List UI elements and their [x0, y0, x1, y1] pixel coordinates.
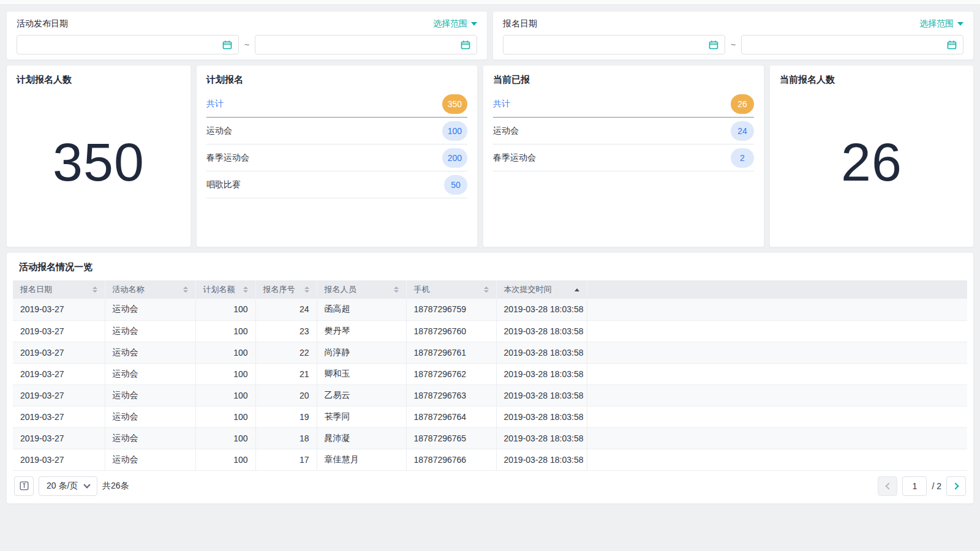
cell-phone: 18787296762	[406, 363, 496, 384]
table-header-cell[interactable]: 计划名额	[195, 280, 255, 299]
cell-filler	[587, 342, 967, 363]
stat-card-title: 计划报名人数	[17, 74, 181, 86]
column-label: 报名人员	[325, 284, 356, 295]
stat-row[interactable]: 春季运动会 200	[206, 144, 467, 171]
caret-down-icon	[471, 22, 477, 26]
chevron-right-icon	[952, 482, 959, 489]
table-header-cell[interactable]: 活动名称	[105, 280, 195, 299]
stat-row[interactable]: 运动会 100	[206, 118, 467, 144]
cell-submit-time: 2019-03-28 18:03:58	[496, 427, 587, 449]
end-date-field[interactable]	[748, 40, 942, 50]
cell-submit-time: 2019-03-28 18:03:58	[496, 363, 587, 384]
cell-submit-time: 2019-03-28 18:03:58	[496, 406, 587, 427]
cell-phone: 18787296766	[406, 449, 496, 470]
stat-row[interactable]: 春季运动会 2	[493, 144, 754, 171]
cell-signup-date: 2019-03-27	[13, 427, 105, 449]
next-page-button[interactable]	[946, 476, 966, 496]
page-size-select[interactable]: 20 条/页	[39, 476, 97, 496]
table-header-row: 报名日期 活动名称	[13, 280, 967, 299]
stat-row[interactable]: 运动会 24	[493, 118, 754, 144]
cell-filler	[587, 449, 967, 470]
cell-activity-name: 运动会	[105, 449, 195, 470]
range-separator: ~	[244, 40, 249, 50]
filter-card-signup-date: 报名日期 选择范围 ~	[492, 11, 974, 60]
start-date-field[interactable]	[510, 40, 704, 50]
table-row: 2019-03-27 运动会 100 17 章佳慧月 18787296766 2…	[13, 449, 967, 470]
cell-quota: 100	[195, 449, 255, 470]
cell-phone: 18787296761	[406, 342, 496, 363]
cell-quota: 100	[195, 406, 255, 427]
stat-card-planned-count: 计划报名人数 350	[6, 65, 191, 247]
stat-card-title: 当前报名人数	[780, 74, 963, 86]
table-layout-button[interactable]	[14, 476, 34, 496]
cell-signup-date: 2019-03-27	[13, 342, 105, 363]
table-header-cell[interactable]: 报名人员	[317, 280, 406, 299]
select-range-link[interactable]: 选择范围	[919, 18, 963, 29]
stat-rows-list: 共计 350 运动会 100 春季运动会 200 唱歌比赛	[206, 91, 467, 198]
current-page-input[interactable]	[902, 476, 927, 496]
cell-person: 苌季同	[317, 406, 406, 427]
stat-row-badge: 50	[444, 175, 467, 195]
calendar-icon	[222, 40, 232, 50]
table-header-cell[interactable]: 报名序号	[255, 280, 317, 299]
start-date-input[interactable]	[503, 35, 725, 54]
sort-icon[interactable]	[304, 287, 309, 293]
cell-filler	[587, 299, 967, 320]
select-range-link[interactable]: 选择范围	[433, 18, 477, 29]
cell-submit-time: 2019-03-28 18:03:58	[496, 342, 587, 363]
stat-row-badge: 2	[731, 148, 754, 168]
column-label: 报名日期	[20, 284, 52, 295]
cell-person: 晁沛凝	[317, 427, 406, 449]
sort-icon[interactable]	[183, 287, 188, 293]
sort-icon[interactable]	[394, 287, 399, 293]
stat-row[interactable]: 共计 350	[206, 91, 467, 118]
cell-serial: 24	[255, 299, 317, 320]
prev-page-button[interactable]	[878, 476, 897, 496]
table-row: 2019-03-27 运动会 100 23 樊丹琴 18787296760 20…	[13, 320, 967, 342]
stat-row-label: 春季运动会	[493, 152, 536, 163]
cell-quota: 100	[195, 363, 255, 384]
start-date-input[interactable]	[17, 35, 239, 54]
stat-row-badge: 200	[442, 148, 467, 168]
filter-title: 活动发布日期	[17, 18, 68, 29]
cell-phone: 18787296765	[406, 427, 496, 449]
column-label: 本次提交时间	[504, 284, 552, 295]
cell-person: 卿和玉	[317, 363, 406, 384]
sort-icon[interactable]	[243, 287, 248, 293]
cell-serial: 21	[255, 363, 317, 384]
caret-down-icon	[957, 22, 963, 26]
end-date-field[interactable]	[262, 40, 456, 50]
cell-activity-name: 运动会	[105, 363, 195, 384]
chevron-left-icon	[885, 482, 892, 489]
table-header-cell[interactable]: 本次提交时间	[496, 280, 587, 299]
end-date-input[interactable]	[255, 35, 477, 54]
end-date-input[interactable]	[741, 35, 963, 54]
cell-serial: 19	[255, 406, 317, 427]
cell-submit-time: 2019-03-28 18:03:58	[496, 320, 587, 342]
current-count-value: 26	[841, 131, 902, 193]
stat-row-label: 共计	[206, 99, 224, 110]
table-header-filler	[587, 280, 967, 299]
stat-row[interactable]: 共计 26	[493, 91, 754, 118]
stat-row-badge: 24	[731, 121, 754, 141]
sort-asc-icon[interactable]	[575, 288, 579, 291]
cell-signup-date: 2019-03-27	[13, 449, 105, 470]
table-title: 活动报名情况一览	[13, 260, 967, 280]
cell-filler	[587, 363, 967, 384]
table-header-cell[interactable]: 报名日期	[13, 280, 105, 299]
stat-row[interactable]: 唱歌比赛 50	[206, 171, 467, 198]
total-count-label: 共26条	[102, 481, 129, 492]
sort-icon[interactable]	[92, 287, 97, 293]
cell-activity-name: 运动会	[105, 342, 195, 363]
column-label: 报名序号	[263, 284, 295, 295]
stat-card-title: 计划报名	[206, 74, 467, 86]
sort-icon[interactable]	[484, 287, 489, 293]
stat-card-current-breakdown: 当前已报 共计 26 运动会 24 春季运动会 2	[483, 65, 764, 247]
cell-person: 尚淳静	[317, 342, 406, 363]
calendar-icon	[461, 40, 470, 50]
table-header-cell[interactable]: 手机	[406, 280, 496, 299]
start-date-field[interactable]	[23, 40, 217, 50]
cell-person: 樊丹琴	[317, 320, 406, 342]
cell-submit-time: 2019-03-28 18:03:58	[496, 299, 587, 320]
cell-activity-name: 运动会	[105, 406, 195, 427]
